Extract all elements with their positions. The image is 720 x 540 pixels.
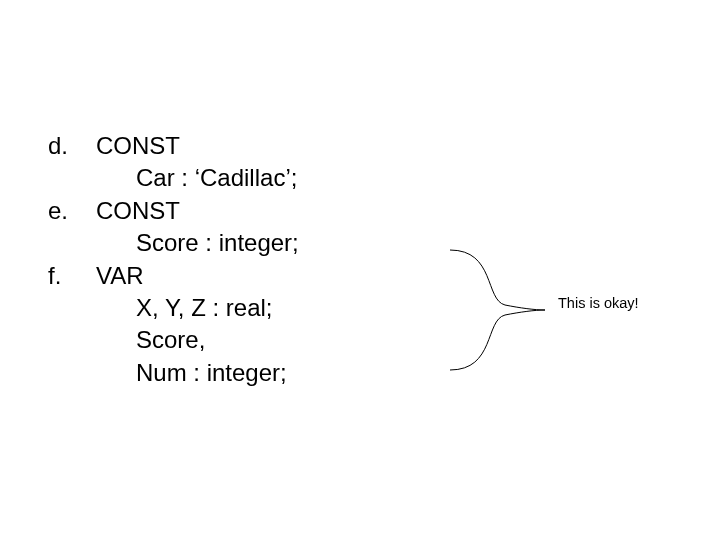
- code-line: VAR: [96, 260, 287, 292]
- code-line: Car : ‘Cadillac’;: [96, 162, 297, 194]
- code-line: Num : integer;: [96, 357, 287, 389]
- annotation-text: This is okay!: [558, 295, 639, 311]
- list-body: CONST Car : ‘Cadillac’;: [96, 130, 297, 195]
- list-item: e. CONST Score : integer;: [48, 195, 299, 260]
- list-marker: f.: [48, 260, 96, 390]
- code-line: X, Y, Z : real;: [96, 292, 287, 324]
- slide: d. CONST Car : ‘Cadillac’; e. CONST Scor…: [0, 0, 720, 540]
- list-item: d. CONST Car : ‘Cadillac’;: [48, 130, 299, 195]
- list-marker: e.: [48, 195, 96, 260]
- code-line: CONST: [96, 195, 299, 227]
- code-line: CONST: [96, 130, 297, 162]
- code-line: Score : integer;: [96, 227, 299, 259]
- list-marker: d.: [48, 130, 96, 195]
- code-list: d. CONST Car : ‘Cadillac’; e. CONST Scor…: [48, 130, 299, 389]
- list-body: VAR X, Y, Z : real; Score, Num : integer…: [96, 260, 287, 390]
- list-body: CONST Score : integer;: [96, 195, 299, 260]
- list-item: f. VAR X, Y, Z : real; Score, Num : inte…: [48, 260, 299, 390]
- code-line: Score,: [96, 324, 287, 356]
- brace-icon: [440, 245, 550, 375]
